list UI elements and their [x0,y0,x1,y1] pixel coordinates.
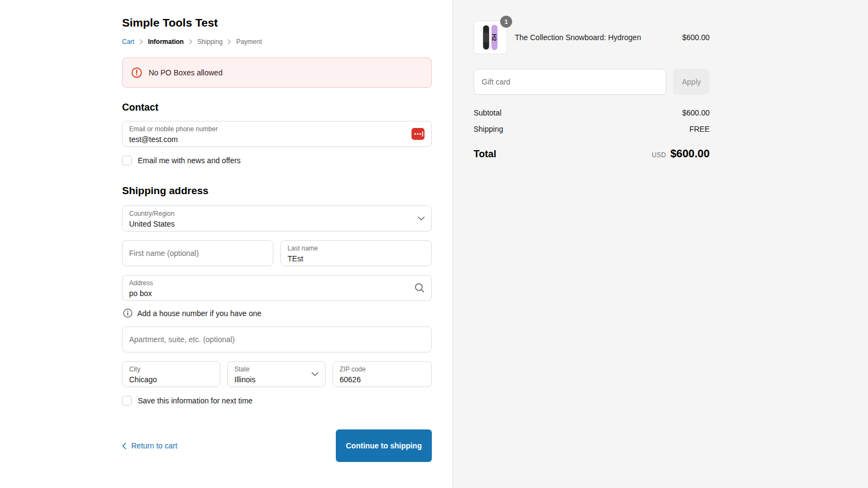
email-field[interactable]: Email or mobile phone number [122,121,432,147]
totals: Subtotal $600.00 Shipping FREE Total USD… [474,108,710,160]
last-name-input[interactable] [288,253,425,264]
order-summary-sidebar: H2 1 The Collection Snowboard: Hydrogen … [452,0,868,488]
email-field-label: Email or mobile phone number [129,125,425,133]
country-value: United States [129,218,425,229]
address-label: Address [129,279,425,287]
breadcrumb-information: Information [148,38,184,46]
shipping-row: Shipping FREE [474,125,710,133]
quantity-badge: 1 [500,16,512,28]
save-info-checkbox[interactable] [122,396,132,406]
password-manager-icon[interactable] [411,128,425,140]
product-name: The Collection Snowboard: Hydrogen [515,33,674,42]
return-to-cart-link[interactable]: Return to cart [122,441,177,450]
last-name-label: Last name [288,245,425,253]
shipping-value: FREE [690,125,710,133]
subtotal-row: Subtotal $600.00 [474,108,710,117]
address-hint-row: Add a house number if you have one [123,309,432,318]
error-banner: No PO Boxes allowed [122,57,432,88]
zip-input[interactable] [340,374,425,384]
error-icon [131,67,142,78]
shipping-label: Shipping [474,125,503,133]
product-thumbnail-wrap: H2 1 [474,21,507,54]
total-label: Total [474,149,496,160]
search-icon [414,283,425,293]
line-item: H2 1 The Collection Snowboard: Hydrogen … [474,21,710,54]
state-value: Illinois [234,374,318,384]
main-column: Simple Tools Test Cart Information Shipp… [0,0,452,488]
contact-heading: Contact [122,102,432,113]
chevron-right-icon [227,39,231,44]
state-label: State [234,365,318,374]
first-name-field[interactable] [122,240,273,266]
checkout-page: Simple Tools Test Cart Information Shipp… [0,0,868,488]
save-info-checkbox-row[interactable]: Save this information for next time [122,396,432,406]
subtotal-label: Subtotal [474,108,501,117]
save-info-label: Save this information for next time [138,396,253,405]
country-label: Country/Region [129,210,425,218]
zip-field[interactable]: ZIP code [333,361,432,387]
gift-card-input[interactable] [481,77,659,87]
city-label: City [129,365,213,374]
currency-code: USD [652,151,666,159]
address-hint-text: Add a house number if you have one [137,309,261,318]
gift-card-row: Apply [474,69,710,95]
chevron-down-icon [418,216,425,221]
breadcrumb-shipping: Shipping [197,38,223,46]
breadcrumb-cart-link[interactable]: Cart [122,38,135,46]
subtotal-value: $600.00 [682,108,710,117]
chevron-right-icon [139,39,143,44]
breadcrumb: Cart Information Shipping Payment [122,38,432,46]
continue-to-shipping-button[interactable]: Continue to shipping [336,429,432,462]
shipping-address-section: Shipping address Country/Region United S… [122,185,432,406]
total-row: Total USD $600.00 [474,147,710,160]
country-select[interactable]: Country/Region United States [122,206,432,232]
city-input[interactable] [129,374,213,384]
last-name-field[interactable]: Last name [280,240,432,266]
shipping-address-heading: Shipping address [122,185,432,197]
address-input[interactable] [129,287,425,298]
email-input[interactable] [129,133,425,144]
store-title: Simple Tools Test [122,16,432,29]
zip-label: ZIP code [340,365,425,374]
info-icon [123,309,132,318]
gift-card-field[interactable] [474,69,666,95]
product-price: $600.00 [682,33,710,42]
total-value: $600.00 [671,147,710,160]
form-footer: Return to cart Continue to shipping [122,429,432,462]
svg-text:H2: H2 [491,34,497,41]
first-name-input[interactable] [129,248,266,258]
order-summary-content: H2 1 The Collection Snowboard: Hydrogen … [474,21,710,160]
chevron-down-icon [311,372,318,376]
main-content: Simple Tools Test Cart Information Shipp… [122,16,432,462]
newsletter-checkbox[interactable] [122,156,132,165]
city-field[interactable]: City [122,361,220,387]
address-field[interactable]: Address [122,275,432,301]
chevron-right-icon [189,39,193,44]
state-select[interactable]: State Illinois [227,361,326,387]
return-to-cart-label: Return to cart [131,441,177,450]
newsletter-checkbox-row[interactable]: Email me with news and offers [122,156,432,165]
apply-button[interactable]: Apply [673,69,710,95]
breadcrumb-payment: Payment [236,38,261,46]
total-amount: USD $600.00 [652,147,710,160]
newsletter-label: Email me with news and offers [138,156,241,165]
apartment-field[interactable] [122,326,432,352]
apartment-input[interactable] [129,335,425,344]
chevron-left-icon [122,442,126,450]
error-message: No PO Boxes allowed [149,68,222,77]
